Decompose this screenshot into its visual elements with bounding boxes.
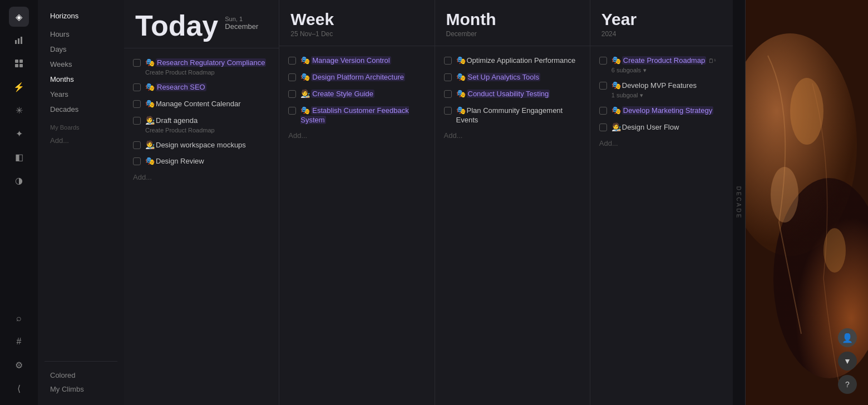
task-avatar: 🧑‍🎨	[145, 140, 155, 149]
month-header: Month December	[435, 0, 590, 46]
task-checkbox[interactable]	[444, 73, 452, 81]
task-item[interactable]: 🧑‍🎨Create Style Guide	[286, 86, 427, 102]
nav-item-horizons[interactable]: Horizons	[45, 9, 117, 23]
task-label: Optimize Application Performance	[467, 56, 576, 65]
nav-my-climbs[interactable]: My Climbs	[45, 382, 117, 396]
task-item[interactable]: 🧑‍🎨Draft agenda Create Product Roadmap	[131, 113, 272, 136]
task-item[interactable]: 🎭Manage Version Control	[286, 53, 427, 68]
add-task-button[interactable]: Add...	[597, 136, 726, 150]
task-item[interactable]: 🎭Optimize Application Performance	[442, 53, 583, 68]
task-checkbox[interactable]	[288, 73, 296, 81]
collapse-icon[interactable]: ⟨	[9, 378, 29, 398]
task-label: Design Review	[156, 157, 204, 165]
month-date-label: December	[446, 30, 579, 38]
task-label: Manage Content Calendar	[156, 100, 241, 108]
nav-item-decades[interactable]: Decades	[45, 102, 117, 116]
task-checkbox[interactable]	[133, 157, 141, 165]
svg-rect-1	[18, 38, 19, 44]
bar-chart-icon[interactable]	[9, 30, 29, 50]
decade-label: DECADE	[733, 0, 745, 405]
decade-text: DECADE	[736, 186, 742, 219]
task-subgoal[interactable]: 6 subgoals ▾	[611, 67, 724, 74]
task-item[interactable]: 🎭Research Regulatory Compliance Create P…	[131, 55, 272, 78]
task-checkbox[interactable]	[133, 83, 141, 91]
task-checkbox[interactable]	[133, 141, 141, 149]
task-label: Create Style Guide	[311, 90, 374, 98]
task-item[interactable]: 🎭Research SEO	[131, 80, 272, 95]
task-checkbox[interactable]	[288, 90, 296, 98]
search-icon[interactable]: ⌕	[9, 308, 29, 328]
nav-colored[interactable]: Colored	[45, 368, 117, 382]
add-task-button[interactable]: Add...	[442, 129, 583, 142]
task-avatar: 🎭	[456, 72, 466, 81]
task-item[interactable]: 🎭Conduct Usability Testing	[442, 86, 583, 102]
task-label: Develop Marketing Strategy	[622, 106, 713, 115]
task-checkbox[interactable]	[444, 107, 452, 115]
month-period-label: Month	[446, 11, 579, 28]
task-label: Design User Flow	[622, 123, 679, 131]
hash-icon[interactable]: #	[9, 332, 29, 352]
year-date-label: 2024	[601, 30, 722, 38]
task-item[interactable]: 🧑‍🎨Design workspace mockups	[131, 137, 272, 153]
task-checkbox[interactable]	[288, 107, 296, 115]
task-label: Manage Version Control	[311, 56, 391, 65]
task-checkbox[interactable]	[133, 117, 141, 125]
task-checkbox[interactable]	[599, 57, 607, 65]
week-column: Week 25 Nov–1 Dec 🎭Manage Version Contro…	[279, 0, 435, 405]
task-item[interactable]: 🎭Design Platform Architecture	[286, 70, 427, 85]
task-checkbox[interactable]	[133, 100, 141, 108]
task-label: Design workspace mockups	[156, 141, 246, 149]
task-item[interactable]: 🎭Develop Marketing Strategy	[597, 103, 726, 118]
task-item[interactable]: 🎭Establish Customer Feedback System	[286, 103, 427, 128]
settings-icon[interactable]: ⚙	[9, 355, 29, 375]
task-label: Set Up Analytics Tools	[467, 73, 540, 81]
add-task-button[interactable]: Add...	[286, 129, 427, 142]
layers-icon[interactable]: ◧	[9, 147, 29, 167]
task-checkbox[interactable]	[599, 82, 607, 90]
nav-item-hours[interactable]: Hours	[45, 27, 117, 41]
nav-item-months[interactable]: Months	[45, 72, 117, 86]
logo-icon[interactable]: ◈	[9, 7, 29, 27]
svg-rect-4	[19, 60, 23, 63]
task-item[interactable]: 🎭Set Up Analytics Tools	[442, 70, 583, 85]
notification-button[interactable]: ▼	[838, 352, 857, 371]
asterisk-icon[interactable]: ✳	[9, 100, 29, 120]
today-header: Today Sun, 1 December	[124, 0, 279, 48]
task-item[interactable]: 🎭Plan Community Engagement Events	[442, 103, 583, 128]
bolt-icon[interactable]: ⚡	[9, 77, 29, 97]
nav-item-days[interactable]: Days	[45, 42, 117, 56]
year-column: Year 2024 🎭Create Product Roadmap🗒¹ 6 su…	[590, 0, 746, 405]
user-avatar-button[interactable]: 👤	[838, 328, 857, 347]
year-task-list: 🎭Create Product Roadmap🗒¹ 6 subgoals ▾ 🎭…	[590, 46, 733, 405]
help-button[interactable]: ?	[838, 375, 857, 394]
task-checkbox[interactable]	[444, 90, 452, 98]
nav-sidebar: Horizons Hours Days Weeks Months Years D…	[38, 0, 124, 405]
task-item[interactable]: 🧑‍🎨Design User Flow	[597, 120, 726, 135]
task-label: Establish Customer Feedback System	[300, 106, 408, 124]
task-checkbox[interactable]	[133, 59, 141, 67]
nav-bottom: Colored My Climbs	[45, 361, 117, 396]
circle-half-icon[interactable]: ◑	[9, 170, 29, 190]
task-checkbox[interactable]	[599, 107, 607, 115]
task-label: Develop MVP Features	[622, 81, 697, 90]
bottom-buttons: 👤 ▼ ?	[838, 328, 857, 394]
task-subgoal[interactable]: 1 subgoal ▾	[611, 92, 724, 99]
task-item[interactable]: 🎭Manage Content Calendar	[131, 96, 272, 112]
today-column: Today Sun, 1 December 🎭Research Regulato…	[124, 0, 279, 405]
task-item[interactable]: 🎭Develop MVP Features 1 subgoal ▾	[597, 78, 726, 102]
task-checkbox[interactable]	[288, 57, 296, 65]
nav-item-years[interactable]: Years	[45, 87, 117, 101]
task-item[interactable]: 🎭Create Product Roadmap🗒¹ 6 subgoals ▾	[597, 53, 726, 77]
my-boards-section: My Boards	[45, 117, 117, 133]
task-avatar: 🎭	[145, 156, 155, 165]
nav-item-weeks[interactable]: Weeks	[45, 57, 117, 71]
add-task-button[interactable]: Add...	[131, 170, 272, 184]
add-board-button[interactable]: Add...	[45, 134, 117, 147]
task-label: Create Product Roadmap	[622, 56, 706, 65]
star-icon[interactable]: ✦	[9, 124, 29, 144]
grid-icon[interactable]	[9, 53, 29, 73]
task-checkbox[interactable]	[444, 57, 452, 65]
task-avatar: 🎭	[611, 56, 621, 65]
task-checkbox[interactable]	[599, 124, 607, 131]
task-item[interactable]: 🎭Design Review	[131, 154, 272, 169]
